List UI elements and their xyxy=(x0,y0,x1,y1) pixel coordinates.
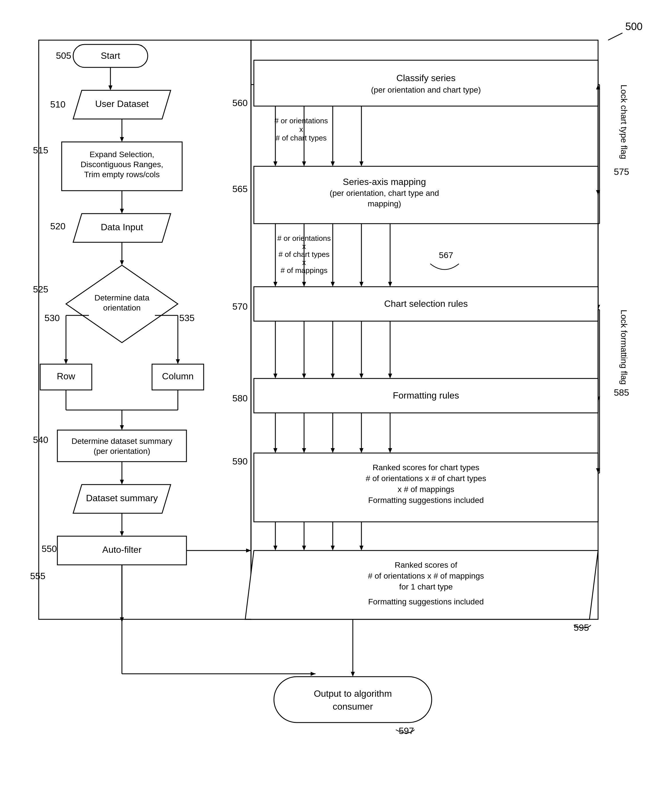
node-classify-series-2: (per orientation and chart type) xyxy=(371,85,481,94)
node-series-axis-1: Series-axis mapping xyxy=(343,177,426,187)
svg-marker-46 xyxy=(302,162,306,166)
svg-marker-80 xyxy=(331,374,335,379)
node-series-axis-3: mapping) xyxy=(368,199,401,208)
svg-marker-105 xyxy=(274,546,277,551)
node-data-input: Data Input xyxy=(101,222,143,232)
svg-marker-63 xyxy=(274,282,277,287)
lock-formatting-flag-label: Lock formatting flag xyxy=(619,310,629,385)
flowchart-diagram: 500 505 Start 510 User Dataset 515 Expan… xyxy=(0,0,654,812)
node-classify-series-1: Classify series xyxy=(396,73,455,83)
node-ranked-scores2-2: # of orientations x # of mappings xyxy=(368,571,484,580)
svg-marker-48 xyxy=(331,162,335,166)
svg-marker-67 xyxy=(331,282,335,287)
label-570: 570 xyxy=(232,301,248,312)
svg-marker-6 xyxy=(120,137,124,142)
svg-marker-12 xyxy=(120,260,124,265)
label-565: 565 xyxy=(232,184,248,194)
annotation-orient-chart-x1: x xyxy=(299,125,303,134)
label-585: 585 xyxy=(614,388,629,398)
label-597: 597 xyxy=(399,726,414,736)
svg-marker-9 xyxy=(120,209,124,214)
node-expand-selection-3: Trim empty rows/cols xyxy=(84,170,159,179)
label-540: 540 xyxy=(33,435,48,445)
svg-marker-114 xyxy=(351,672,355,677)
node-ranked-scores2-1: Ranked scores of xyxy=(395,560,457,569)
diagram-number: 500 xyxy=(625,21,643,32)
node-formatting-rules: Formatting rules xyxy=(393,390,459,401)
node-auto-filter: Auto-filter xyxy=(102,545,142,555)
label-515: 515 xyxy=(33,145,48,156)
svg-marker-76 xyxy=(274,374,277,379)
svg-marker-71 xyxy=(388,282,392,287)
node-column: Column xyxy=(162,371,194,382)
node-start: Start xyxy=(101,50,120,61)
label-505: 505 xyxy=(56,50,71,61)
svg-marker-92 xyxy=(274,448,277,453)
node-determine-orient-1: Determine data xyxy=(95,293,150,302)
svg-marker-94 xyxy=(302,448,306,453)
node-expand-selection: Expand Selection, xyxy=(90,150,154,159)
node-user-dataset: User Dataset xyxy=(95,99,149,109)
svg-marker-84 xyxy=(388,374,392,379)
label-575: 575 xyxy=(614,166,629,177)
svg-marker-109 xyxy=(331,546,335,551)
label-555: 555 xyxy=(30,571,45,581)
svg-rect-27 xyxy=(57,430,186,462)
label-550: 550 xyxy=(41,543,57,554)
node-expand-selection-2: Discontiguous Ranges, xyxy=(81,160,163,169)
label-530: 530 xyxy=(44,313,60,323)
label-510: 510 xyxy=(50,99,66,110)
svg-marker-26 xyxy=(120,425,124,430)
label-580: 580 xyxy=(232,393,248,403)
label-560: 560 xyxy=(232,98,248,108)
node-output-2: consumer xyxy=(333,701,373,712)
node-det-dataset-summary-1: Determine dataset summary xyxy=(72,437,173,446)
svg-marker-16 xyxy=(64,359,68,364)
node-row: Row xyxy=(57,371,75,382)
lock-chart-flag-label: Lock chart type flag xyxy=(619,85,629,159)
svg-rect-34 xyxy=(39,40,251,619)
node-output-1: Output to algorithm xyxy=(314,688,392,699)
svg-marker-65 xyxy=(302,282,306,287)
svg-rect-37 xyxy=(251,40,598,619)
node-ranked-scores-4: Formatting suggestions included xyxy=(368,496,484,505)
node-ranked-scores2-3: for 1 chart type xyxy=(399,582,453,591)
svg-marker-50 xyxy=(359,162,364,166)
node-ranked-scores-3: x # of mappings xyxy=(397,485,454,494)
node-determine-orient-2: orientation xyxy=(103,303,141,312)
svg-marker-44 xyxy=(274,162,277,166)
svg-line-0 xyxy=(608,33,622,40)
label-525: 525 xyxy=(33,284,48,295)
node-dataset-summary: Dataset summary xyxy=(86,493,158,503)
svg-rect-42 xyxy=(254,60,598,106)
node-ranked-scores-2: # of orientations x # of chart types xyxy=(366,474,486,483)
svg-marker-3 xyxy=(108,85,112,90)
node-ranked-scores-1: Ranked scores for chart types xyxy=(373,463,479,472)
svg-marker-69 xyxy=(359,282,364,287)
svg-marker-100 xyxy=(388,448,392,453)
svg-marker-82 xyxy=(359,374,364,379)
label-590: 590 xyxy=(232,456,248,467)
svg-marker-98 xyxy=(359,448,364,453)
svg-marker-32 xyxy=(120,531,124,536)
svg-marker-107 xyxy=(302,546,306,551)
svg-marker-29 xyxy=(120,480,124,485)
svg-rect-118 xyxy=(274,677,432,722)
label-567: 567 xyxy=(439,250,453,260)
svg-marker-117 xyxy=(311,672,316,676)
label-520: 520 xyxy=(50,221,66,231)
svg-marker-96 xyxy=(331,448,335,453)
node-ranked-scores2-4: Formatting suggestions included xyxy=(368,597,484,606)
node-det-dataset-summary-2: (per orientation) xyxy=(93,447,150,456)
label-535: 535 xyxy=(179,313,194,323)
svg-marker-19 xyxy=(176,359,180,364)
svg-marker-120 xyxy=(246,548,251,553)
node-chart-selection: Chart selection rules xyxy=(384,299,468,309)
annotation-orient-chart-1: # or orientations xyxy=(275,116,328,125)
node-series-axis-2: (per orientation, chart type and xyxy=(330,189,439,198)
svg-marker-111 xyxy=(359,546,364,551)
annotation-orient-chart-2: # of chart types xyxy=(276,134,327,142)
svg-marker-78 xyxy=(302,374,306,379)
